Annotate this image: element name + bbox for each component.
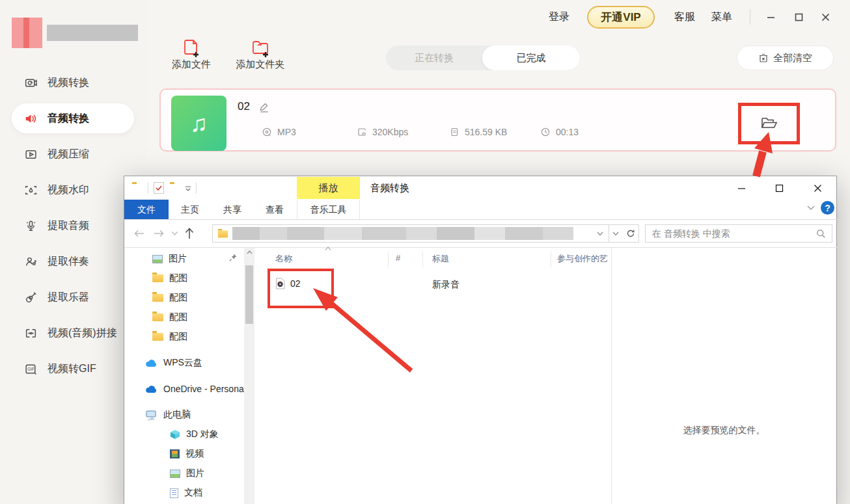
preview-pane-separator (611, 248, 612, 504)
file-bitrate-value: 320Kbps (372, 127, 408, 137)
search-box[interactable]: 在 音频转换 中搜索 (645, 224, 832, 243)
ribbon-tab-home[interactable]: 主页 (171, 200, 210, 219)
ribbon-tab-file[interactable]: 文件 (124, 200, 169, 219)
splice-icon (24, 326, 38, 340)
sidebar-item-video-compress[interactable]: 视频压缩 (0, 141, 146, 167)
nav-item-label: WPS云盘 (163, 357, 202, 369)
music-note-icon: ♫ (190, 110, 208, 137)
nav-item-label: 配图 (169, 272, 187, 284)
add-folder-label: 添加文件夹 (229, 59, 292, 71)
ribbon-contextual-header: 播放 (297, 177, 360, 199)
address-bar[interactable] (212, 224, 609, 243)
vip-button[interactable]: 开通VIP (587, 6, 655, 29)
onedrive-icon (145, 384, 158, 393)
app-maximize-button[interactable] (789, 8, 808, 25)
nav-item-folder[interactable]: 配图 (152, 310, 187, 325)
ribbon-tab-share[interactable]: 共享 (213, 200, 252, 219)
clock-icon (540, 127, 551, 137)
minimize-icon (737, 184, 746, 192)
nav-item-label: 3D 对象 (186, 429, 219, 440)
add-folder-button[interactable]: 添加文件夹 (229, 38, 292, 71)
nav-item-wps-cloud[interactable]: WPS云盘 (145, 355, 202, 371)
edit-name-icon[interactable] (258, 101, 270, 113)
app-close-button[interactable] (816, 8, 835, 25)
column-header-name[interactable]: 名称 (275, 253, 292, 265)
convert-status-tabs: 正在转换 已完成 (386, 46, 580, 70)
help-icon[interactable]: ? (821, 201, 834, 215)
ribbon-collapse-icon[interactable] (806, 205, 816, 211)
videos-icon (170, 449, 180, 458)
nav-item-folder[interactable]: 配图 (152, 290, 187, 306)
clear-all-button[interactable]: 全部清空 (737, 46, 834, 70)
add-file-icon (182, 38, 201, 59)
add-file-button[interactable]: 添加文件 (164, 38, 219, 71)
scrollbar-up-icon[interactable] (247, 250, 253, 254)
app-minimize-button[interactable] (761, 8, 780, 25)
sidebar-item-label: 视频(音频)拼接 (48, 326, 117, 340)
back-icon[interactable] (133, 229, 145, 238)
explorer-maximize-button[interactable] (766, 179, 792, 196)
sidebar-item-label: 提取伴奏 (48, 255, 89, 269)
address-dropdown-icon[interactable] (597, 232, 603, 236)
nav-item-folder[interactable]: 配图 (152, 271, 187, 286)
nav-item-onedrive[interactable]: OneDrive - Personal (145, 381, 244, 397)
add-file-label: 添加文件 (164, 59, 219, 71)
column-header-artist[interactable]: 参与创作的艺 (557, 253, 610, 265)
gif-icon: GIF (24, 362, 38, 376)
nav-item-3d-objects[interactable]: 3D 对象 (170, 427, 219, 442)
nav-item-pictures-pinned[interactable]: 图片 (152, 251, 187, 267)
search-placeholder: 在 音频转换 中搜索 (652, 228, 730, 240)
file-name: 02 (238, 100, 250, 113)
file-size-icon (449, 127, 459, 137)
nav-item-folder[interactable]: 配图 (152, 329, 187, 345)
address-folder-icon (218, 231, 228, 238)
recent-locations-icon[interactable] (171, 231, 178, 236)
maximize-icon (775, 184, 784, 192)
file-size: 516.59 KB (449, 127, 507, 137)
ribbon-tab-music-tools[interactable]: 音乐工具 (297, 200, 360, 219)
menu-button[interactable]: 菜单 (711, 10, 732, 24)
qat-dropdown-icon[interactable] (185, 185, 191, 192)
nav-item-this-pc[interactable]: 此电脑 (145, 407, 191, 423)
file-format-value: MP3 (277, 127, 296, 137)
explorer-minimize-button[interactable] (728, 179, 754, 196)
app-logo-stripe (23, 18, 29, 48)
address-refresh-group (609, 224, 639, 243)
nav-item-label: 图片 (186, 468, 204, 479)
forward-icon[interactable] (153, 229, 165, 238)
screen: 登录 开通VIP 客服 菜单 视频转换 音频转换 视频压缩 (0, 0, 850, 504)
sidebar-item-audio-convert[interactable]: 音频转换 (0, 105, 146, 131)
app-logo-text-redacted (47, 25, 138, 41)
nav-item-videos[interactable]: 视频 (170, 446, 204, 462)
ribbon-tab-view[interactable]: 查看 (255, 200, 294, 219)
tab-completed[interactable]: 已完成 (482, 46, 580, 70)
column-header-number[interactable]: # (396, 253, 400, 263)
nav-scrollbar-thumb[interactable] (245, 265, 253, 324)
qat-properties-icon[interactable] (154, 182, 164, 194)
sidebar-item-video-convert[interactable]: 视频转换 (0, 70, 146, 96)
video-watermark-icon (24, 183, 38, 197)
pictures-icon (170, 470, 180, 478)
explorer-window: 播放 音频转换 文件 主页 共享 查看 音乐工具 ? (124, 176, 837, 504)
address-path-redacted (232, 227, 573, 240)
file-size-value: 516.59 KB (465, 127, 507, 137)
up-icon[interactable] (184, 227, 195, 240)
search-icon[interactable] (816, 229, 826, 239)
cube-3d-icon (170, 429, 180, 440)
history-dropdown-icon[interactable] (612, 232, 619, 236)
login-button[interactable]: 登录 (549, 10, 569, 24)
explorer-close-button[interactable] (804, 179, 830, 196)
close-icon (821, 12, 830, 22)
column-separator[interactable] (422, 252, 423, 267)
add-folder-icon (250, 38, 271, 59)
extract-vocal-icon (24, 255, 38, 269)
column-header-title[interactable]: 标题 (432, 253, 449, 265)
nav-item-documents[interactable]: 文档 (170, 485, 202, 501)
nav-item-label: 文档 (184, 487, 202, 499)
column-separator[interactable] (388, 252, 389, 267)
nav-item-pictures[interactable]: 图片 (170, 466, 204, 481)
tab-converting[interactable]: 正在转换 (386, 46, 482, 70)
refresh-icon[interactable] (626, 229, 635, 238)
column-separator[interactable] (551, 252, 551, 267)
support-button[interactable]: 客服 (674, 10, 695, 24)
